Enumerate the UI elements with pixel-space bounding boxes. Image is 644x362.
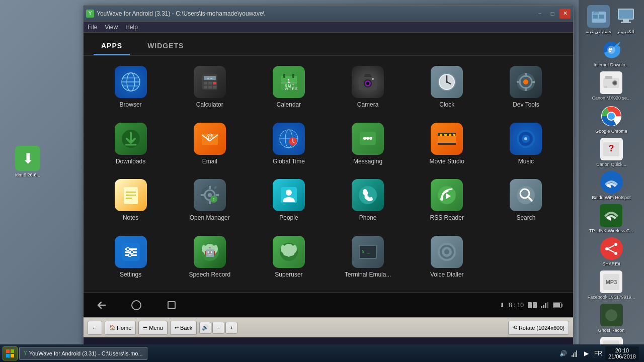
superuser-icon	[273, 236, 305, 268]
volume-down-button[interactable]: −	[212, 322, 224, 334]
menu-help[interactable]: Help	[125, 24, 138, 31]
svg-rect-23	[292, 74, 294, 78]
nav-home-button[interactable]	[129, 298, 144, 313]
app-clock[interactable]: Clock	[410, 63, 484, 115]
internet-explorer-label: Internet Downlo...	[594, 62, 629, 67]
shareit-icon	[600, 237, 623, 260]
messaging-icon	[352, 123, 384, 155]
svg-rect-59	[440, 134, 442, 136]
taskbar-volume-icon[interactable]: 🔊	[559, 349, 568, 358]
app-voicedialler[interactable]: Voice Dialler	[410, 233, 484, 285]
people-icon	[273, 179, 305, 211]
bottom-toolbar: ← 🏠 Home ☰ Menu ↩ Back 🔊 − + ⟲ Rotate (1	[84, 317, 573, 337]
svg-rect-110	[528, 302, 532, 308]
svg-point-136	[608, 113, 615, 120]
svg-rect-117	[561, 304, 562, 307]
svg-line-143	[608, 249, 614, 252]
home-button[interactable]: 🏠 Home	[105, 321, 136, 335]
svg-rect-118	[553, 303, 560, 307]
svg-rect-13	[208, 86, 212, 88]
canon-label: Canon MX920 se...	[592, 96, 630, 101]
svg-point-54	[363, 137, 366, 140]
back-icon-btn[interactable]: ←	[88, 321, 102, 335]
app-moviestudio[interactable]: Movie Studio	[410, 120, 484, 172]
close-button[interactable]: ✕	[559, 9, 571, 19]
app-speechrecord[interactable]: 🤖 Speech Record	[173, 233, 247, 285]
tab-widgets[interactable]: WIDGETS	[140, 38, 191, 55]
right-sidebar: حساباتی عینه الكمبيوتر e Internet Downlo…	[579, 0, 644, 362]
moviestudio-icon	[431, 123, 463, 155]
terminal-label: Terminal Emula...	[345, 271, 391, 278]
svg-point-67	[524, 137, 527, 140]
sidebar-icon-internet-explorer[interactable]: e Internet Downlo...	[594, 38, 629, 67]
svg-point-56	[369, 137, 372, 140]
app-openmanager[interactable]: ↑ Open Manager	[173, 176, 247, 228]
volume-up-button[interactable]: +	[225, 322, 237, 334]
app-phone[interactable]: Phone	[331, 176, 405, 228]
baidu-wifi-label: Baidu WiFi Hotspot	[592, 195, 630, 200]
start-button[interactable]	[3, 346, 18, 360]
app-calendar[interactable]: 1S M TW T F S Calendar	[252, 63, 326, 115]
app-people[interactable]: People	[252, 176, 326, 228]
sidebar-icon-shareit[interactable]: SHAREit	[600, 237, 623, 266]
app-search[interactable]: Search	[489, 176, 563, 228]
rotate-button[interactable]: ⟲ Rotate (1024x600)	[508, 321, 569, 335]
sidebar-icon-canon[interactable]: Canon MX920 se...	[592, 71, 630, 101]
app-devtools[interactable]: Dev Tools	[489, 63, 563, 115]
back-button[interactable]: ↩ Back	[170, 321, 197, 335]
sidebar-icon-canon2[interactable]: ? Canon Quick...	[596, 138, 626, 167]
app-calculator[interactable]: + − Calculator	[173, 63, 247, 115]
nav-recents-button[interactable]	[164, 298, 179, 313]
sidebar-icon-baidu-wifi[interactable]: Baidu WiFi Hotspot	[592, 171, 630, 200]
svg-text:$ _: $ _	[362, 249, 370, 254]
openmanager-icon: ↑	[194, 179, 226, 211]
music-icon	[510, 123, 542, 155]
menu-file[interactable]: File	[88, 24, 97, 31]
svg-rect-75	[209, 186, 211, 189]
app-settings[interactable]: Settings	[94, 233, 168, 285]
window-icon: Y	[86, 10, 94, 18]
menu-button[interactable]: ☰ Menu	[138, 321, 168, 335]
maximize-button[interactable]: □	[547, 9, 558, 19]
idm-label: idm.6.26-6...	[15, 172, 40, 177]
app-superuser[interactable]: Superuser	[252, 233, 326, 285]
menu-view[interactable]: View	[105, 24, 118, 31]
app-terminal[interactable]: $ _ Terminal Emula...	[331, 233, 405, 285]
app-rssreader[interactable]: RSS Reader	[410, 176, 484, 228]
svg-rect-39	[525, 87, 527, 91]
sidebar-icon-tp-link[interactable]: TP-LINK Wireless C...	[589, 204, 633, 233]
svg-text:+  −: + −	[207, 76, 213, 81]
svg-rect-14	[213, 86, 216, 88]
sidebar-icon-google-chrome[interactable]: Google Chrome	[595, 105, 627, 134]
sidebar-icon-ghost-recon[interactable]: Ghost Recon	[598, 304, 625, 333]
svg-point-139	[605, 247, 608, 250]
desktop-icon-idm[interactable]: ⬇ idm.6.26-6...	[15, 146, 40, 177]
sidebar-icon-file-explorer[interactable]: حساباتی عینه	[586, 5, 612, 34]
minimize-button[interactable]: −	[534, 9, 545, 19]
app-browser[interactable]: Browser	[94, 63, 168, 115]
app-music[interactable]: Music	[489, 120, 563, 172]
taskbar-youwave[interactable]: Y YouWave for Android (3.31) - C:\Users\…	[19, 347, 147, 360]
svg-rect-41	[531, 81, 535, 83]
rssreader-icon	[431, 179, 463, 211]
desktop: ⬇ idm.6.26-6... Y YouWave for Android (3…	[0, 0, 644, 362]
app-email[interactable]: @ Email	[173, 120, 247, 172]
android-content: APPS WIDGETS Browser + − Calculator	[84, 33, 573, 317]
svg-rect-151	[6, 354, 10, 357]
app-globaltime[interactable]: Global Time	[252, 120, 326, 172]
camera-icon	[352, 66, 384, 98]
nav-back-button[interactable]	[94, 298, 109, 313]
sidebar-icon-computer[interactable]: الكمبيوتر	[614, 5, 637, 34]
app-messaging[interactable]: Messaging	[331, 120, 405, 172]
sidebar-icon-facebook[interactable]: MP3 Facebook 195179919...	[588, 270, 635, 300]
app-notes[interactable]: Notes	[94, 176, 168, 228]
app-camera[interactable]: Camera	[331, 63, 405, 115]
taskbar-lang[interactable]: FR	[594, 349, 603, 358]
tab-apps[interactable]: APPS	[94, 38, 130, 55]
svg-point-83	[286, 190, 292, 196]
search-label: Search	[516, 214, 535, 221]
taskbar-network-icon[interactable]	[571, 349, 580, 358]
window-title: YouWave for Android (3.31) - C:\Users\is…	[97, 10, 532, 17]
app-downloads[interactable]: Downloads	[94, 120, 168, 172]
taskbar: Y YouWave for Android (3.31) - C:\Users\…	[0, 344, 644, 362]
